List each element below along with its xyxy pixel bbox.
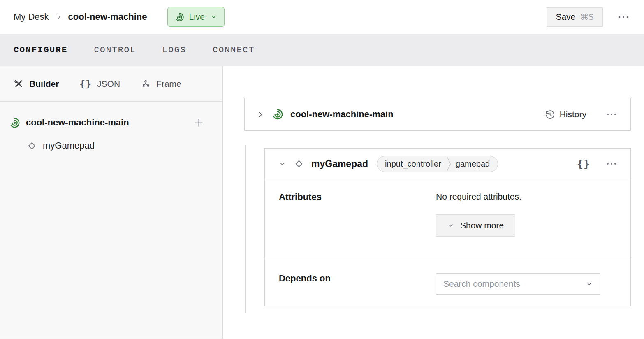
- tree-component-label: myGamepad: [43, 140, 95, 151]
- component-collapse-button[interactable]: [278, 160, 287, 168]
- history-label: History: [560, 109, 586, 119]
- header-actions: Save ⌘S: [547, 7, 632, 27]
- view-frame-label: Frame: [156, 79, 181, 89]
- machine-part-icon: [9, 117, 20, 128]
- pill-divider-chevron: [447, 156, 451, 172]
- component-card: myGamepad input_controller gamepad {} A: [264, 148, 631, 306]
- depends-on-value: Search components: [436, 273, 617, 306]
- breadcrumb: My Desk cool-new-machine: [14, 12, 147, 22]
- app-header: My Desk cool-new-machine Live Save ⌘S: [0, 0, 644, 34]
- machine-tabbar: CONFIGURE CONTROL LOGS CONNECT: [0, 34, 644, 66]
- history-button[interactable]: History: [545, 109, 586, 120]
- resource-tree: cool-new-machine-main myGamepad: [0, 102, 222, 156]
- search-components-select[interactable]: Search components: [436, 273, 600, 295]
- component-header-actions: {}: [577, 158, 619, 170]
- depends-on-section: Depends on Search components: [265, 259, 630, 306]
- depends-on-label: Depends on: [279, 273, 436, 306]
- component-json-button[interactable]: {}: [577, 158, 590, 170]
- view-json[interactable]: {} JSON: [79, 79, 120, 89]
- tree-part-label: cool-new-machine-main: [26, 117, 129, 128]
- show-more-label: Show more: [460, 221, 504, 230]
- attributes-value: No required attributes. Show more: [436, 192, 617, 259]
- tree-item-machine-part[interactable]: cool-new-machine-main: [0, 112, 222, 133]
- machine-live-icon: [175, 12, 184, 22]
- chevron-down-icon: [279, 160, 286, 167]
- show-more-button[interactable]: Show more: [436, 214, 515, 237]
- view-switcher: Builder {} JSON Frame: [0, 66, 222, 102]
- ellipsis-icon: [618, 16, 629, 19]
- tools-icon: [14, 79, 24, 89]
- attributes-empty-text: No required attributes.: [436, 192, 617, 202]
- plus-icon: [193, 117, 204, 128]
- machine-part-icon: [272, 109, 283, 120]
- chevron-right-icon: [257, 111, 264, 118]
- component-diamond-icon: [26, 140, 37, 151]
- tab-connect[interactable]: CONNECT: [213, 45, 255, 55]
- save-button[interactable]: Save ⌘S: [547, 7, 603, 27]
- save-button-label: Save: [556, 12, 575, 22]
- braces-icon: {}: [79, 79, 92, 89]
- part-card-expand-button[interactable]: [256, 110, 265, 119]
- component-title: myGamepad: [311, 158, 368, 170]
- search-components-placeholder: Search components: [443, 279, 520, 289]
- header-more-menu-button[interactable]: [615, 13, 632, 21]
- part-card-more-button[interactable]: [604, 111, 619, 118]
- breadcrumb-current: cool-new-machine: [68, 12, 147, 22]
- save-shortcut: ⌘S: [580, 12, 594, 22]
- tab-logs[interactable]: LOGS: [162, 45, 186, 55]
- attributes-label: Attributes: [279, 192, 436, 259]
- machine-part-card: cool-new-machine-main History: [244, 98, 631, 131]
- chevron-down-icon: [211, 14, 217, 20]
- view-json-label: JSON: [97, 79, 120, 89]
- attributes-section: Attributes No required attributes. Show …: [265, 179, 630, 259]
- view-frame[interactable]: Frame: [141, 79, 181, 89]
- add-component-button[interactable]: [192, 116, 206, 130]
- part-card-title: cool-new-machine-main: [290, 109, 394, 120]
- component-more-button[interactable]: [604, 160, 619, 167]
- component-diamond-icon: [294, 158, 304, 169]
- component-api-label: input_controller: [385, 159, 441, 169]
- ellipsis-icon: [607, 163, 616, 165]
- tab-configure[interactable]: CONFIGURE: [14, 45, 67, 55]
- breadcrumb-parent[interactable]: My Desk: [14, 12, 49, 22]
- view-builder[interactable]: Builder: [14, 79, 59, 89]
- live-status-dropdown[interactable]: Live: [167, 7, 225, 27]
- nesting-connector-line: [245, 145, 246, 313]
- chevron-right-icon: [56, 14, 62, 20]
- sidebar: Builder {} JSON Frame: [0, 66, 223, 339]
- history-icon: [545, 109, 555, 120]
- live-status-label: Live: [189, 12, 205, 22]
- component-model-label: gamepad: [456, 159, 490, 169]
- view-builder-label: Builder: [29, 79, 59, 89]
- tab-control[interactable]: CONTROL: [94, 45, 136, 55]
- component-card-header: myGamepad input_controller gamepad {}: [265, 149, 630, 179]
- chevron-down-icon: [586, 280, 593, 288]
- configure-content: Builder {} JSON Frame: [0, 66, 644, 339]
- braces-icon: {}: [577, 158, 590, 170]
- tree-item-component[interactable]: myGamepad: [0, 135, 222, 156]
- axes-icon: [141, 79, 151, 89]
- config-main: cool-new-machine-main History: [223, 66, 644, 339]
- ellipsis-icon: [607, 113, 616, 116]
- chevron-down-icon: [447, 222, 454, 229]
- component-type-badge: input_controller gamepad: [377, 156, 498, 172]
